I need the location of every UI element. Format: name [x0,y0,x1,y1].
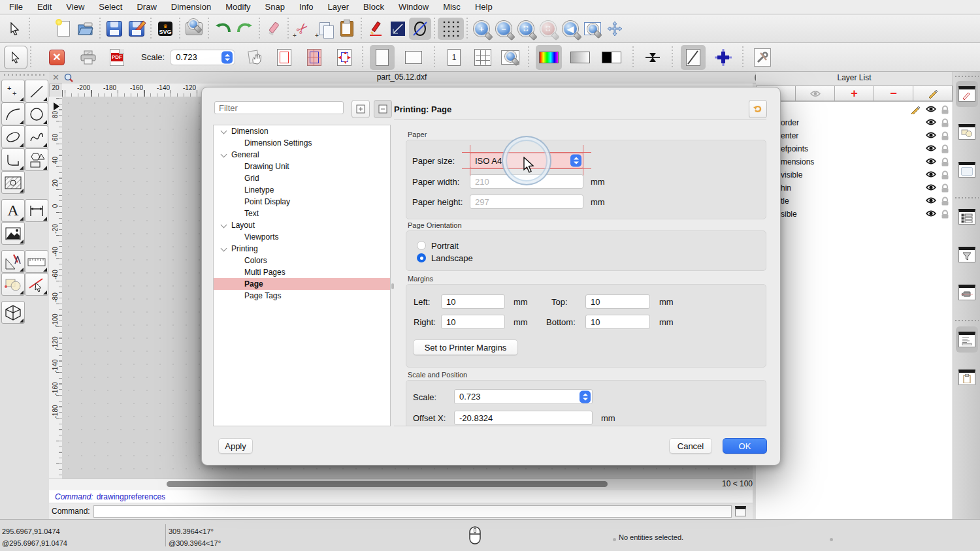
zoom-window-icon[interactable] [581,18,604,40]
zoom-selection-icon[interactable]: ⛶ [537,18,559,40]
grayscale-icon[interactable] [567,45,593,70]
point-tools-icon[interactable]: ++ [1,80,25,102]
tree-item-viewports[interactable]: Viewports [214,231,390,243]
command-input[interactable] [93,505,732,518]
remove-layer-minus-icon[interactable]: − [874,86,913,101]
spline-tools-icon[interactable] [25,125,48,148]
margin-bottom-input[interactable]: 10 [585,315,650,329]
multi-page-icon[interactable] [472,46,494,69]
menu-layer[interactable]: Layer [328,2,350,12]
zoom-page-icon[interactable] [499,46,521,69]
isometric-tools-icon[interactable] [1,301,25,324]
pen-color-icon[interactable] [365,18,387,40]
paper-margins-icon[interactable] [303,46,325,69]
tree-item-general[interactable]: General [214,149,390,161]
collapse-all-icon[interactable] [374,100,392,118]
splitter-handle[interactable] [391,283,394,289]
revert-icon[interactable] [749,100,767,118]
dimension-tools-icon[interactable] [25,199,48,222]
menu-snap[interactable]: Snap [265,2,285,12]
menu-file[interactable]: File [9,2,23,12]
stepper-icon[interactable] [580,390,591,403]
stepper-icon[interactable] [221,51,233,63]
undo-icon[interactable] [212,18,234,40]
view-list-toggle-icon[interactable] [956,157,978,183]
toggle-visibility-eye-icon[interactable] [796,86,835,101]
ok-button[interactable]: OK [723,438,767,454]
layer-row-current[interactable] [756,103,953,116]
zoom-previous-icon[interactable]: ◀ [559,18,581,40]
landscape-page-icon[interactable] [401,45,426,70]
tree-item-text[interactable]: Text [214,208,390,219]
tree-item-multi-pages[interactable]: Multi Pages [214,266,390,278]
tree-item-page-tags[interactable]: Page Tags [214,290,390,302]
auto-zoom-icon[interactable]: ⛶ [515,18,537,40]
ellipse-tools-icon[interactable] [1,125,25,148]
tree-item-dimension[interactable]: Dimension [214,125,390,137]
portrait-page-icon[interactable] [370,45,395,70]
image-tools-icon[interactable] [1,222,25,245]
hatch-tools-icon[interactable] [1,171,25,194]
fit-to-page-icon[interactable]: ▲▼◀▶ [333,46,355,69]
paste-icon[interactable] [336,18,358,40]
set-printer-margins-button[interactable]: Set to Printer Margins [413,339,518,355]
layer-row[interactable]: visible [756,168,953,181]
tree-item-printing[interactable]: Printing [214,243,390,255]
tree-item-colors[interactable]: Colors [214,255,390,266]
menu-info[interactable]: Info [299,2,314,12]
command-panel-toggle-icon[interactable] [735,506,746,516]
command-line-toggle-icon[interactable] [956,326,978,353]
scale-combobox[interactable]: 0.723 [454,389,593,404]
single-page-icon[interactable]: 1 [443,46,465,69]
scrollbar-thumb[interactable] [167,481,608,487]
copy-icon[interactable]: + [314,18,336,40]
layer-list-toggle-icon[interactable] [956,81,978,107]
distance-line-icon[interactable] [387,18,409,40]
menu-help[interactable]: Help [475,2,493,12]
zoom-out-icon[interactable]: − [493,18,515,40]
tree-item-grid[interactable]: Grid [214,172,390,184]
block-tools-icon[interactable] [1,273,25,296]
selection-filter-toggle-icon[interactable] [956,242,978,268]
clipboard-panel-toggle-icon[interactable] [956,364,978,390]
shape-tools-icon[interactable] [25,148,48,171]
crosshair-icon[interactable] [712,46,734,69]
menu-block[interactable]: Block [363,2,384,12]
polyline-tools-icon[interactable] [1,148,25,171]
menu-select[interactable]: Select [99,2,122,12]
tree-item-layout[interactable]: Layout [214,219,390,231]
expand-all-icon[interactable] [351,100,370,118]
menu-draw[interactable]: Draw [137,2,156,12]
layer-row[interactable]: hin [756,181,953,195]
layer-row[interactable]: mensions [756,155,953,168]
menu-misc[interactable]: Misc [443,2,461,12]
selection-arrow-icon[interactable] [4,18,26,40]
modify-tools-icon[interactable] [1,250,25,273]
print-preview-icon[interactable] [183,18,205,40]
filter-input[interactable] [214,101,344,114]
tree-item-linetype[interactable]: Linetype [214,184,390,196]
redo-icon[interactable] [234,18,256,40]
pan-icon[interactable] [604,18,626,40]
layer-row[interactable]: enter [756,129,953,142]
text-tools-icon[interactable]: A [1,199,25,222]
selection-arrow-icon[interactable] [4,46,27,69]
cancel-button[interactable]: Cancel [669,438,712,454]
tree-item-dimension-settings[interactable]: Dimension Settings [214,137,390,149]
erase-icon[interactable] [263,18,285,40]
close-print-preview-icon[interactable]: ✕ [46,46,68,69]
edit-layer-pencil-icon[interactable] [913,86,953,101]
full-color-icon[interactable] [536,45,562,70]
library-browser-toggle-icon[interactable] [956,279,978,306]
save-as-icon[interactable] [125,18,148,40]
margin-right-input[interactable]: 10 [441,315,505,329]
tree-item-point-display[interactable]: Point Display [214,196,390,208]
hand-pan-icon[interactable] [244,46,267,69]
layer-row[interactable]: sible [756,208,953,221]
add-layer-plus-icon[interactable]: + [835,86,874,101]
tree-item-drawing-unit[interactable]: Drawing Unit [214,161,390,172]
svg-export-icon[interactable]: ♛SVG [154,18,176,40]
menu-edit[interactable]: Edit [37,2,52,12]
block-list-toggle-icon[interactable] [956,119,978,145]
layer-row[interactable]: efpoints [756,142,953,155]
